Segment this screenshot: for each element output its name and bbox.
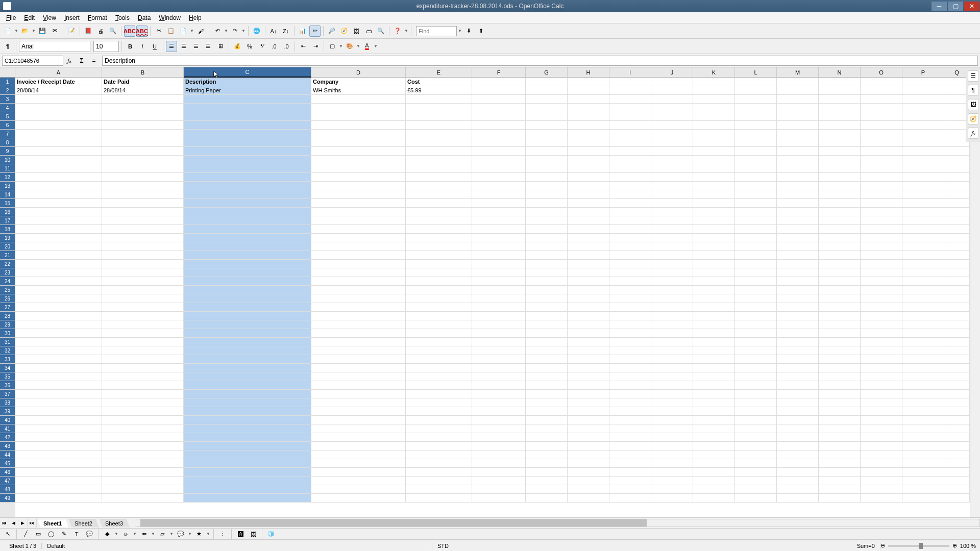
cell-G46[interactable] — [526, 468, 568, 477]
row-header-4[interactable]: 4 — [0, 104, 15, 112]
undo-button[interactable]: ↶ — [212, 26, 223, 37]
cell-K42[interactable] — [693, 433, 735, 442]
cell-C28[interactable] — [184, 312, 311, 320]
cell-D16[interactable] — [311, 208, 406, 216]
cell-L5[interactable] — [735, 112, 777, 121]
cell-H23[interactable] — [568, 268, 609, 277]
cell-M12[interactable] — [777, 173, 819, 182]
cell-F23[interactable] — [472, 268, 526, 277]
cell-L36[interactable] — [735, 381, 777, 390]
cell-K17[interactable] — [693, 216, 735, 225]
cell-J44[interactable] — [651, 450, 693, 459]
cell-P16[interactable] — [902, 208, 944, 216]
cell-O10[interactable] — [861, 156, 902, 164]
cell-G26[interactable] — [526, 294, 568, 303]
cell-A8[interactable] — [15, 138, 102, 147]
cell-I15[interactable] — [609, 199, 651, 208]
cell-F39[interactable] — [472, 407, 526, 416]
cell-Q21[interactable] — [944, 251, 970, 260]
cell-P17[interactable] — [902, 216, 944, 225]
cell-G21[interactable] — [526, 251, 568, 260]
sum-button[interactable]: Σ — [77, 56, 87, 66]
cell-K37[interactable] — [693, 390, 735, 398]
cell-C31[interactable] — [184, 338, 311, 346]
cell-C38[interactable] — [184, 398, 311, 407]
cell-C37[interactable] — [184, 390, 311, 398]
cell-J24[interactable] — [651, 277, 693, 286]
cell-N5[interactable] — [819, 112, 861, 121]
cell-A4[interactable] — [15, 104, 102, 112]
cell-Q13[interactable] — [944, 182, 970, 190]
cell-O26[interactable] — [861, 294, 902, 303]
cell-N35[interactable] — [819, 372, 861, 381]
cell-G3[interactable] — [526, 95, 568, 104]
cell-F20[interactable] — [472, 242, 526, 251]
cell-H7[interactable] — [568, 130, 609, 138]
cell-P2[interactable] — [902, 86, 944, 95]
cell-A37[interactable] — [15, 390, 102, 398]
row-header-19[interactable]: 19 — [0, 234, 15, 242]
functions-panel-button[interactable]: 𝑓ₓ — [968, 128, 979, 139]
row-header-28[interactable]: 28 — [0, 312, 15, 320]
cell-Q14[interactable] — [944, 190, 970, 199]
cell-P46[interactable] — [902, 468, 944, 477]
column-header-J[interactable]: J — [651, 67, 693, 78]
cell-N2[interactable] — [819, 86, 861, 95]
cell-I36[interactable] — [609, 381, 651, 390]
cell-M26[interactable] — [777, 294, 819, 303]
cell-Q49[interactable] — [944, 494, 970, 503]
cell-E1[interactable]: Cost — [406, 78, 472, 86]
cell-L12[interactable] — [735, 173, 777, 182]
cell-B48[interactable] — [102, 485, 184, 494]
cell-F46[interactable] — [472, 468, 526, 477]
cell-E3[interactable] — [406, 95, 472, 104]
cell-D15[interactable] — [311, 199, 406, 208]
cell-J7[interactable] — [651, 130, 693, 138]
cell-Q30[interactable] — [944, 329, 970, 338]
cell-E6[interactable] — [406, 121, 472, 130]
cell-F40[interactable] — [472, 416, 526, 424]
cell-H21[interactable] — [568, 251, 609, 260]
cell-P44[interactable] — [902, 450, 944, 459]
styles-button[interactable]: ¶ — [2, 41, 13, 52]
sheet-tab-sheet2[interactable]: Sheet2 — [68, 519, 99, 528]
cell-D17[interactable] — [311, 216, 406, 225]
bold-button[interactable]: B — [125, 41, 136, 52]
cell-J42[interactable] — [651, 433, 693, 442]
cell-H8[interactable] — [568, 138, 609, 147]
cell-P21[interactable] — [902, 251, 944, 260]
cell-O24[interactable] — [861, 277, 902, 286]
cell-D8[interactable] — [311, 138, 406, 147]
cell-C33[interactable] — [184, 355, 311, 364]
cell-Q22[interactable] — [944, 260, 970, 268]
cell-O37[interactable] — [861, 390, 902, 398]
cell-K25[interactable] — [693, 286, 735, 294]
cell-O48[interactable] — [861, 485, 902, 494]
cell-Q35[interactable] — [944, 372, 970, 381]
cell-M24[interactable] — [777, 277, 819, 286]
basic-shapes-button[interactable]: ◆ — [102, 529, 113, 540]
navigator-button[interactable]: 🧭 — [338, 26, 350, 37]
draw-select-button[interactable]: ↖ — [2, 529, 13, 540]
cell-B1[interactable]: Date Paid — [102, 78, 184, 86]
cell-O4[interactable] — [861, 104, 902, 112]
cell-K16[interactable] — [693, 208, 735, 216]
cell-E48[interactable] — [406, 485, 472, 494]
cell-D34[interactable] — [311, 364, 406, 372]
cell-L1[interactable] — [735, 78, 777, 86]
percent-button[interactable]: % — [244, 41, 255, 52]
cell-B49[interactable] — [102, 494, 184, 503]
auto-spellcheck-button[interactable]: ABC — [136, 26, 148, 37]
cell-H32[interactable] — [568, 346, 609, 355]
cell-H30[interactable] — [568, 329, 609, 338]
vertical-scrollbar[interactable] — [970, 78, 980, 517]
cell-K44[interactable] — [693, 450, 735, 459]
column-header-B[interactable]: B — [102, 67, 184, 78]
cell-Q20[interactable] — [944, 242, 970, 251]
row-header-25[interactable]: 25 — [0, 286, 15, 294]
cell-I20[interactable] — [609, 242, 651, 251]
draw-line-button[interactable]: ╱ — [20, 529, 31, 540]
cell-I8[interactable] — [609, 138, 651, 147]
cell-H46[interactable] — [568, 468, 609, 477]
cell-I3[interactable] — [609, 95, 651, 104]
